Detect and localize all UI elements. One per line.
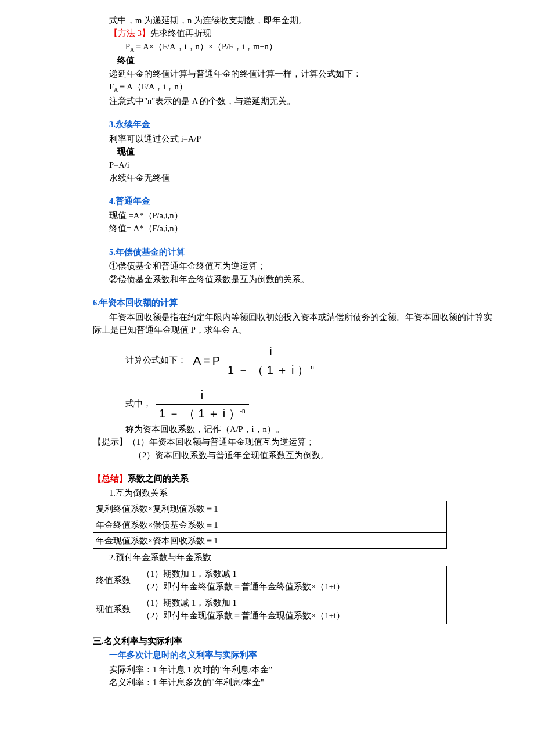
perpetuity-rate: 利率可以通过公式 i=A/P: [109, 132, 499, 145]
frac-den: 1 － （ 1 ＋ i ）-n: [224, 361, 317, 379]
capital-recovery-note1: 称为资本回收系数，记作（A/P，i，n）。: [125, 423, 499, 435]
frac-num: i: [266, 343, 275, 361]
calc-label: 计算公式如下：: [125, 355, 186, 365]
summary-label: 【总结】: [93, 474, 128, 483]
summary-sub2: 2.预付年金系数与年金系数: [109, 551, 499, 564]
capital-recovery-formula: A = P i 1 － （ 1 ＋ i ）-n: [193, 343, 319, 379]
heading-nominal-real-rate: 三.名义利率与实际利率: [93, 635, 499, 647]
heading-ordinary-annuity: 4.普通年金: [109, 195, 499, 207]
method3-label: 【方法 3】: [109, 28, 150, 38]
perpetuity-note: 永续年金无终值: [109, 171, 499, 184]
ordinary-pv: 现值 =A*（P/a,i,n）: [109, 209, 499, 222]
in-label: 式中，: [125, 399, 151, 408]
final-value-label: 终值: [117, 54, 499, 67]
ordinary-fv: 终值= A*（F/a,i,n）: [109, 222, 499, 235]
eq-P: P: [212, 352, 220, 370]
sinking-l1: ①偿债基金和普通年金终值互为逆运算；: [109, 260, 499, 272]
frac2-den: 1 － （ 1 ＋ i ）-n: [156, 404, 249, 423]
fv-note: 注意式中"n"表示的是 A 的个数，与递延期无关。: [109, 95, 499, 107]
method3-formula: PA＝A×（F/A，i，n）×（P/F，i，m+n）: [125, 40, 499, 54]
t1-r1: 复利终值系数×复利现值系数＝1: [93, 501, 447, 517]
frac2-num: i: [197, 386, 207, 404]
nominal-rate-def: 名义利率：1 年计息多次的"年利息/本金": [109, 676, 499, 689]
tip2: （2）资本回收系数与普通年金现值系数互为倒数。: [134, 449, 499, 462]
capital-recovery-para: 年资本回收额是指在约定年限内等额回收初始投入资本或清偿所债务的金额。年资本回收额…: [93, 311, 499, 337]
tip-label: 【提示】: [93, 437, 128, 447]
t2-r2c2: （1）期数减 1，系数加 1 （2）即付年金现值系数＝普通年金现值系数×（1+i…: [139, 595, 447, 624]
tip-line1: 【提示】（1）年资本回收额与普通年金现值互为逆运算；: [93, 435, 499, 448]
heading-capital-recovery: 6.年资本回收额的计算: [93, 296, 499, 309]
real-rate-def: 实际利率：1 年计息 1 次时的"年利息/本金": [109, 663, 499, 676]
deferred-note: 式中，m 为递延期，n 为连续收支期数，即年金期。: [109, 14, 499, 27]
formula-area-2: 式中， i 1 － （ 1 ＋ i ）-n: [125, 386, 499, 423]
t1-r2: 年金终值系数×偿债基金系数＝1: [93, 517, 447, 532]
eq-A: A: [193, 352, 201, 370]
summary-heading: 【总结】系数之间的关系: [93, 472, 499, 485]
sub-heading-compound-multiple: 一年多次计息时的名义利率与实际利率: [109, 649, 499, 661]
fraction: i 1 － （ 1 ＋ i ）-n: [224, 343, 317, 379]
formula-area-1: 计算公式如下： A = P i 1 － （ 1 ＋ i ）-n: [125, 340, 499, 381]
t2-r1c2: （1）期数加 1，系数减 1 （2）即付年金终值系数＝普通年金终值系数×（1+i…: [139, 566, 447, 595]
fraction-standalone: i 1 － （ 1 ＋ i ）-n: [156, 386, 249, 423]
perpetuity-pv-formula: P=A/i: [109, 159, 499, 171]
fv-desc: 递延年金的终值计算与普通年金的终值计算一样，计算公式如下：: [109, 67, 499, 80]
heading-sinking-fund: 5.年偿债基金的计算: [109, 246, 499, 258]
summary-title: 系数之间的关系: [128, 474, 189, 483]
t2r1c2a: （1）期数加 1，系数减 1: [142, 567, 444, 580]
eq-equals: =: [203, 352, 210, 370]
pv-label: 现值: [117, 145, 499, 158]
t2-r2c1: 现值系数: [93, 595, 139, 624]
t2-r1c1: 终值系数: [93, 566, 139, 595]
t2r2c2a: （1）期数减 1，系数加 1: [142, 596, 444, 609]
method3-line: 【方法 3】先求终值再折现: [109, 27, 499, 39]
fv-formula: FA＝A（F/A，i，n）: [109, 80, 499, 94]
summary-sub1: 1.互为倒数关系: [109, 487, 499, 499]
t2r1c2b: （2）即付年金终值系数＝普通年金终值系数×（1+i）: [142, 580, 444, 593]
table-prepaid-annuity: 终值系数 （1）期数加 1，系数减 1 （2）即付年金终值系数＝普通年金终值系数…: [93, 566, 447, 624]
table-reciprocal: 复利终值系数×复利现值系数＝1 年金终值系数×偿债基金系数＝1 年金现值系数×资…: [93, 501, 447, 549]
tip1: （1）年资本回收额与普通年金现值互为逆运算；: [128, 437, 315, 447]
t2r2c2b: （2）即付年金现值系数＝普通年金现值系数×（1+i）: [142, 609, 444, 622]
heading-perpetuity: 3.永续年金: [109, 118, 499, 131]
t1-r3: 年金现值系数×资本回收系数＝1: [93, 532, 447, 548]
method3-text: 先求终值再折现: [150, 28, 211, 38]
sinking-l2: ②偿债基金系数和年金终值系数是互为倒数的关系。: [109, 273, 499, 286]
